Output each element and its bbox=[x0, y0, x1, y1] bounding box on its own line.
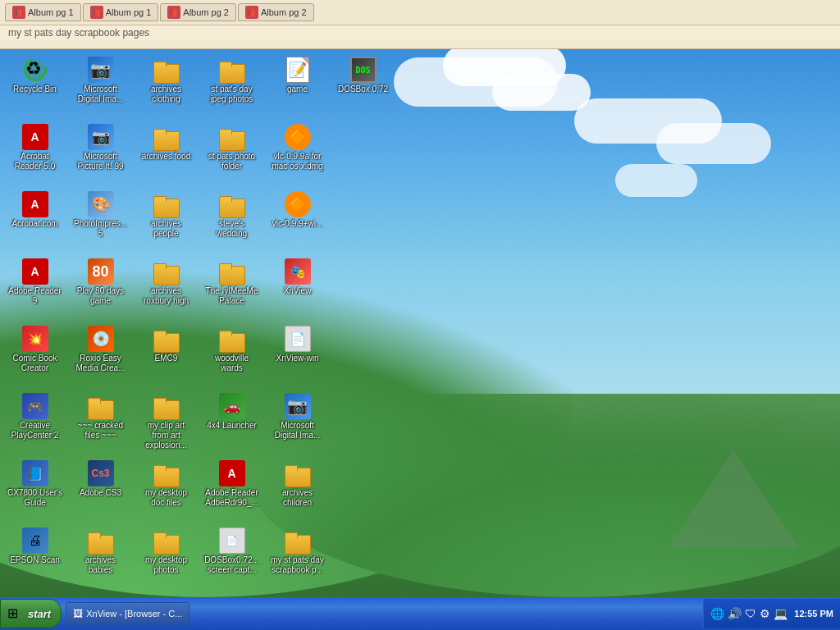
icon-label-st-pats-day-jpeg: st pat's day jpeg photos bbox=[204, 84, 259, 104]
antivirus-icon: ⚙ bbox=[760, 607, 770, 620]
icon-label-acrobat-com: Acrobat.com bbox=[11, 219, 57, 229]
album-tab-label: Album pg 2 bbox=[261, 7, 307, 17]
icon-label-steves-wedding: steve's wedding bbox=[204, 219, 259, 239]
desktop-icon-steves-wedding[interactable]: steve's wedding bbox=[201, 188, 262, 242]
desktop-icon-iyimeeme-palace[interactable]: The IyIMeeMe Palace bbox=[201, 255, 262, 309]
desktop-icon-vlc-mac[interactable]: 🔶vlc-0.9.9a for mac os x.dmg bbox=[267, 121, 328, 175]
desktop-icon-4x4-launcher[interactable]: 🚗4x4 Launcher bbox=[201, 390, 262, 434]
icon-image-ms-digital-img2: 📷 bbox=[285, 393, 311, 419]
icon-label-acrobat-reader-5: Acrobat Reader 5.0 bbox=[7, 152, 62, 171]
icon-label-ms-digital-img2: Microsoft Digital Ima... bbox=[270, 421, 325, 441]
icon-image-st-pats-scrapbook bbox=[285, 527, 311, 554]
icon-image-vlc-mac: 🔶 bbox=[285, 124, 311, 150]
icon-label-archives-food: archives food bbox=[142, 152, 190, 162]
desktop-icon-acrobat-reader-5[interactable]: AAcrobat Reader 5.0 bbox=[4, 121, 66, 175]
desktop-icon-archives-people[interactable]: archives people bbox=[135, 188, 197, 242]
desktop-icon-adobe-reader-adbe[interactable]: AAdobe Reader AdbeRdr90_... bbox=[201, 457, 262, 511]
icon-image-emc9 bbox=[153, 326, 180, 352]
desktop-icon-recycle-bin[interactable]: ♻Recycle Bin bbox=[4, 53, 66, 98]
desktop-icon-play-80-days[interactable]: 80Play 80 days game bbox=[70, 255, 131, 309]
album-tab-album-pg1-a[interactable]: 📕Album pg 1 bbox=[5, 3, 81, 21]
desktop-icon-archives-food[interactable]: archives food bbox=[135, 121, 197, 165]
desktop-icon-ms-picture-it-99[interactable]: 📷Microsoft Picture It! 99 bbox=[70, 121, 131, 175]
desktop-icon-creative-playcenter[interactable]: 🎮Creative PlayCenter 2 bbox=[4, 390, 66, 444]
start-button[interactable]: ⊞ start bbox=[0, 599, 62, 628]
desktop-icon-my-desktop-photos[interactable]: my desktop photos bbox=[135, 524, 197, 578]
desktop-icon-cx7800-guide[interactable]: 📘CX7800 User's Guide bbox=[4, 457, 66, 511]
taskbar-app-label: XnView - [Browser - C... bbox=[86, 609, 182, 619]
icon-image-creative-playcenter: 🎮 bbox=[22, 393, 48, 419]
desktop-icon-st-pats-day-jpeg[interactable]: st pat's day jpeg photos bbox=[201, 53, 262, 107]
taskbar-apps: 🖼XnView - [Browser - C... bbox=[66, 602, 703, 625]
desktop-icon-xnview[interactable]: 🎭XnView bbox=[267, 255, 328, 299]
icon-label-adobe-reader-adbe: Adobe Reader AdbeRdr90_... bbox=[204, 488, 259, 508]
icon-image-iyimeeme-palace bbox=[219, 258, 245, 285]
icon-image-xnview-win: 📄 bbox=[285, 326, 311, 352]
icon-image-my-desktop-doc bbox=[153, 460, 180, 486]
icon-image-archives-children bbox=[285, 460, 311, 486]
desktop-icon-archives-roxbury[interactable]: archives roxbury high bbox=[135, 255, 197, 309]
clock: 12:55 PM bbox=[794, 609, 833, 619]
icon-image-archives-food bbox=[153, 124, 180, 150]
icon-image-4x4-launcher: 🚗 bbox=[219, 393, 245, 419]
desktop-icon-archives-babies[interactable]: archives babies bbox=[70, 524, 131, 578]
icon-image-photoimpres-5: 🎨 bbox=[88, 191, 114, 217]
icon-image-play-80-days: 80 bbox=[88, 258, 114, 285]
album-tab-album-pg2-b[interactable]: 📕Album pg 2 bbox=[238, 3, 314, 21]
desktop-icon-acrobat-com[interactable]: AAcrobat.com bbox=[4, 188, 66, 232]
icon-image-adobe-reader-9: A bbox=[22, 258, 48, 285]
icon-label-play-80-days: Play 80 days game bbox=[73, 286, 128, 306]
desktop-icon-epson-scan[interactable]: 🖨EPSON Scan bbox=[4, 524, 66, 568]
album-tab-album-pg2-a[interactable]: 📕Album pg 2 bbox=[160, 3, 236, 21]
icon-label-emc9: EMC9 bbox=[155, 354, 178, 363]
icon-image-cx7800-guide: 📘 bbox=[22, 460, 48, 486]
icon-label-archives-children: archives children bbox=[270, 488, 325, 508]
album-tab-label: Album pg 1 bbox=[28, 7, 74, 17]
icon-label-cx7800-guide: CX7800 User's Guide bbox=[7, 488, 62, 508]
desktop-icon-dosbox-screen-capt[interactable]: 📄DOSBox0.72... screen capt... bbox=[201, 524, 262, 578]
icon-label-4x4-launcher: 4x4 Launcher bbox=[207, 421, 257, 431]
desktop-icon-game[interactable]: 📝game bbox=[267, 53, 328, 98]
icon-image-cracked-files bbox=[88, 393, 114, 419]
icon-image-my-clip-art bbox=[153, 393, 180, 419]
desktop-icon-st-pats-photo-folder[interactable]: st pats photo folder bbox=[201, 121, 262, 175]
album-tab-album-pg1-b[interactable]: 📕Album pg 1 bbox=[83, 3, 159, 21]
desktop-icon-archives-clothing[interactable]: archives clothing bbox=[135, 53, 197, 107]
top-bar: 📕Album pg 1📕Album pg 1📕Album pg 2📕Album … bbox=[0, 0, 840, 49]
icon-label-roxio-easy-media: Roxio Easy Media Crea... bbox=[73, 354, 128, 373]
desktop-icon-adobe-cs3[interactable]: Cs3Adobe CS3 bbox=[70, 457, 131, 501]
volume-icon: 🔊 bbox=[728, 607, 742, 620]
security-icon: 🛡 bbox=[745, 607, 756, 620]
icon-image-adobe-reader-adbe: A bbox=[219, 460, 245, 486]
taskbar-app[interactable]: 🖼XnView - [Browser - C... bbox=[66, 602, 189, 625]
desktop-icon-my-clip-art[interactable]: my clip art from art explosion... bbox=[135, 390, 197, 454]
icon-image-xnview: 🎭 bbox=[285, 258, 311, 285]
icon-image-archives-roxbury bbox=[153, 258, 180, 285]
desktop-icon-adobe-reader-9[interactable]: AAdobe Reader 9 bbox=[4, 255, 66, 309]
start-label: start bbox=[28, 608, 51, 620]
icon-label-vlc-mac: vlc-0.9.9a for mac os x.dmg bbox=[270, 152, 325, 171]
desktop-icon-cracked-files[interactable]: ~~~ cracked files ~~~ bbox=[70, 390, 131, 444]
desktop-icon-ms-digital-img2[interactable]: 📷Microsoft Digital Ima... bbox=[267, 390, 328, 444]
icon-label-my-desktop-photos: my desktop photos bbox=[139, 555, 194, 575]
taskbar-tray: 🌐 🔊 🛡 ⚙ 💻 12:55 PM bbox=[703, 599, 840, 628]
desktop-icon-xnview-win[interactable]: 📄XnView-win bbox=[267, 322, 328, 367]
desktop-icon-vlc-win[interactable]: 🔶vlc-0.9.9+wi... bbox=[267, 188, 328, 232]
battery-icon: 💻 bbox=[774, 607, 788, 620]
album-tab-icon: 📕 bbox=[12, 6, 25, 19]
desktop-icon-ms-digital-img1[interactable]: 📷Microsoft Digital Ima... bbox=[70, 53, 131, 107]
icon-label-ms-digital-img1: Microsoft Digital Ima... bbox=[73, 84, 128, 104]
icon-label-adobe-cs3: Adobe CS3 bbox=[80, 488, 121, 498]
icon-label-epson-scan: EPSON Scan bbox=[10, 555, 60, 565]
desktop-icon-emc9[interactable]: EMC9 bbox=[135, 322, 197, 367]
desktop-icon-my-desktop-doc[interactable]: my desktop doc files bbox=[135, 457, 197, 511]
desktop-icon-st-pats-scrapbook[interactable]: my st pats day scrapbook p... bbox=[267, 524, 328, 578]
desktop-icon-woodville-wards[interactable]: woodville wards bbox=[201, 322, 262, 377]
icon-image-my-desktop-photos bbox=[153, 527, 180, 554]
desktop-icon-photoimpres-5[interactable]: 🎨PhotoImpres... 5 bbox=[70, 188, 131, 242]
desktop-icon-dosbox-072[interactable]: DOSDOSBox 0.72 bbox=[332, 53, 394, 98]
desktop-icon-roxio-easy-media[interactable]: 💿Roxio Easy Media Crea... bbox=[70, 322, 131, 377]
desktop-icon-archives-children[interactable]: archives children bbox=[267, 457, 328, 511]
icon-image-dosbox-screen-capt: 📄 bbox=[219, 527, 245, 554]
desktop-icon-comic-book-creator[interactable]: 💥Comic Book Creator bbox=[4, 322, 66, 377]
